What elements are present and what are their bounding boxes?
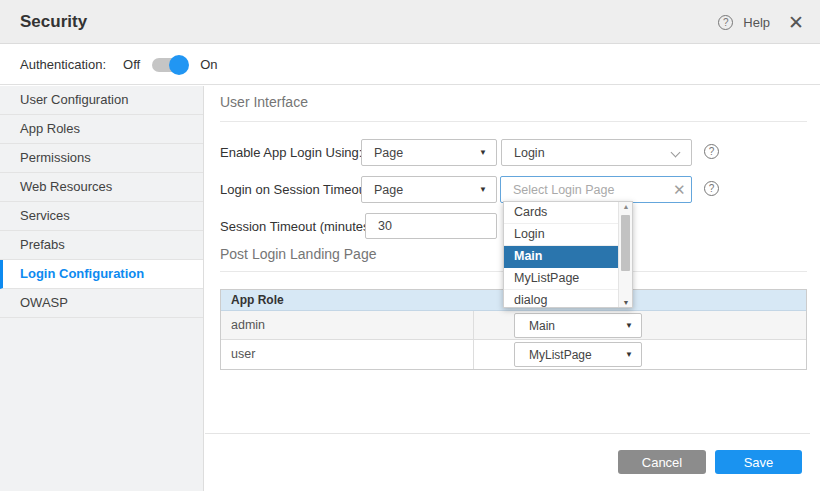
session-timeout-label: Session Timeout (minutes): [220, 213, 378, 240]
table-row: admin Main ▼ [221, 311, 806, 340]
toggle-on-label: On [200, 57, 217, 72]
sidebar-item-login-configuration[interactable]: Login Configuration [0, 260, 203, 289]
close-icon[interactable]: ✕ [788, 13, 804, 32]
dropdown-arrow-icon: ▼ [479, 185, 487, 194]
dropdown-option-login[interactable]: Login [504, 224, 619, 246]
sidebar-item-user-configuration[interactable]: User Configuration [0, 86, 203, 115]
scrollbar-thumb[interactable] [621, 215, 630, 271]
sidebar-item-permissions[interactable]: Permissions [0, 144, 203, 173]
section-title-user-interface: User Interface [220, 94, 308, 110]
footer-divider [205, 433, 810, 434]
save-button[interactable]: Save [715, 450, 802, 474]
dropdown-arrow-icon: ▼ [479, 148, 487, 157]
security-dialog: Security ? Help ✕ Authentication: Off On… [0, 0, 820, 491]
sidebar-item-web-resources[interactable]: Web Resources [0, 173, 203, 202]
dropdown-arrow-icon: ▼ [625, 321, 633, 330]
window-header-actions: ? Help ✕ [718, 0, 804, 44]
dropdown-option-dialog[interactable]: dialog [504, 290, 619, 308]
page-title: Security [20, 12, 87, 32]
sidebar-item-prefabs[interactable]: Prefabs [0, 231, 203, 260]
dropdown-option-main[interactable]: Main [504, 246, 619, 268]
login-on-timeout-label: Login on Session Timeout: [220, 176, 373, 203]
admin-landing-page-select[interactable]: Main ▼ [514, 313, 642, 338]
login-page-dropdown-list: Cards Login Main MyListPage dialog ▲ ▼ [503, 201, 633, 308]
clear-icon[interactable]: ✕ [673, 182, 686, 197]
dropdown-scrollbar[interactable]: ▲ ▼ [618, 202, 632, 307]
login-on-timeout-type-select[interactable]: Page ▼ [361, 176, 497, 203]
table-row: user MyListPage ▼ [221, 340, 806, 369]
chevron-down-icon [671, 148, 681, 158]
role-cell: admin [221, 311, 474, 339]
dropdown-arrow-icon: ▼ [625, 350, 633, 359]
authentication-bar: Authentication: Off On [0, 45, 820, 85]
scroll-down-icon[interactable]: ▼ [619, 299, 633, 306]
help-icon[interactable]: ? [718, 15, 733, 30]
sidebar: User Configuration App Roles Permissions… [0, 86, 204, 491]
divider [220, 121, 807, 122]
session-timeout-input[interactable] [365, 213, 497, 239]
section-title-post-login: Post Login Landing Page [220, 246, 376, 262]
role-cell: user [221, 340, 474, 369]
window-header: Security ? Help ✕ [0, 0, 820, 44]
login-on-timeout-help-icon[interactable]: ? [704, 181, 719, 196]
enable-app-login-help-icon[interactable]: ? [704, 144, 719, 159]
dropdown-option-mylistpage[interactable]: MyListPage [504, 268, 619, 290]
toggle-knob [169, 55, 189, 75]
scroll-up-icon[interactable]: ▲ [619, 203, 633, 210]
select-login-page-input[interactable] [500, 176, 692, 203]
enable-app-login-type-select[interactable]: Page ▼ [361, 139, 497, 166]
toggle-off-label: Off [123, 57, 140, 72]
enable-app-login-label: Enable App Login Using: [220, 139, 362, 166]
help-link[interactable]: Help [743, 15, 770, 30]
sidebar-item-app-roles[interactable]: App Roles [0, 115, 203, 144]
sidebar-item-owasp[interactable]: OWASP [0, 289, 203, 318]
sidebar-item-services[interactable]: Services [0, 202, 203, 231]
authentication-label: Authentication: [20, 57, 106, 72]
dropdown-option-cards[interactable]: Cards [504, 202, 619, 224]
cancel-button[interactable]: Cancel [618, 450, 706, 474]
user-landing-page-select[interactable]: MyListPage ▼ [514, 342, 642, 367]
authentication-toggle[interactable] [152, 58, 186, 72]
enable-app-login-page-combo[interactable]: Login [501, 139, 692, 166]
